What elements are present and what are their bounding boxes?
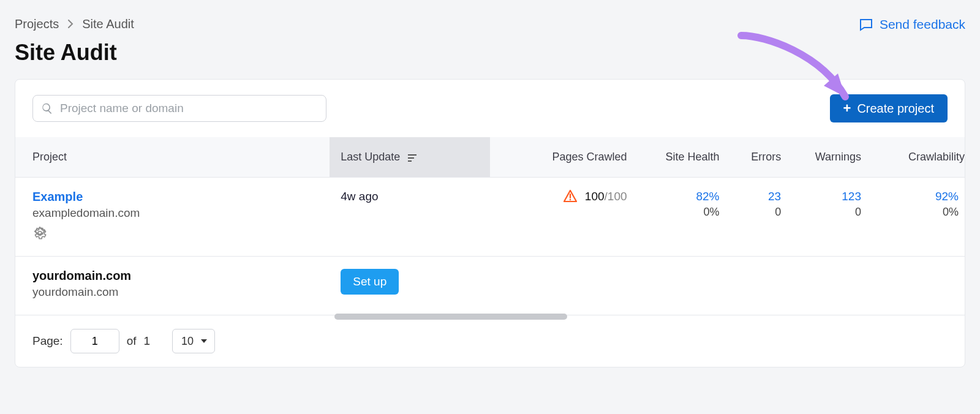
cell-warnings: 123 0 <box>792 178 872 257</box>
site-health-delta: 0% <box>649 206 720 219</box>
gear-icon[interactable] <box>32 226 47 241</box>
total-pages: 1 <box>144 334 151 348</box>
sort-icon <box>408 152 419 162</box>
page-input[interactable] <box>70 329 119 353</box>
setup-button[interactable]: Set up <box>341 269 399 295</box>
projects-card: + Create project Project Last Update Pag… <box>15 79 965 367</box>
project-domain: exampledomain.com <box>32 206 318 220</box>
cell-site-health: 82% 0% <box>638 178 731 257</box>
pagination: Page: of 1 10 <box>15 315 965 367</box>
send-feedback-link[interactable]: Send feedback <box>859 11 965 32</box>
create-project-button[interactable]: + Create project <box>830 94 948 122</box>
send-feedback-label: Send feedback <box>880 17 965 32</box>
cell-crawlability: 92% 0% <box>872 178 965 257</box>
col-project[interactable]: Project <box>15 137 330 178</box>
errors-delta: 0 <box>742 206 782 219</box>
per-page-value: 10 <box>181 335 194 348</box>
svg-point-6 <box>569 199 571 201</box>
project-domain: yourdomain.com <box>32 285 318 299</box>
errors-value[interactable]: 23 <box>768 190 781 203</box>
col-site-health[interactable]: Site Health <box>638 137 731 178</box>
site-health-value[interactable]: 82% <box>696 190 719 203</box>
cell-last-update: 4w ago <box>330 178 490 257</box>
page-label: Page: <box>32 334 63 348</box>
search-icon <box>41 102 53 115</box>
col-crawlability[interactable]: Crawlability <box>872 137 965 178</box>
per-page-select[interactable]: 10 <box>172 329 215 353</box>
crawlability-delta: 0% <box>883 206 959 219</box>
plus-icon: + <box>843 102 851 115</box>
crawlability-value[interactable]: 92% <box>935 190 959 203</box>
pages-crawled-value: 100 <box>585 190 605 203</box>
warnings-value[interactable]: 123 <box>842 190 861 203</box>
search-input[interactable] <box>32 95 326 122</box>
horizontal-scrollbar[interactable] <box>334 314 567 320</box>
breadcrumb: Projects Site Audit <box>15 11 134 35</box>
table-row: Example exampledomain.com 4w ago 100/100 <box>15 178 965 257</box>
breadcrumb-projects[interactable]: Projects <box>15 17 59 31</box>
cell-errors: 23 0 <box>731 178 793 257</box>
projects-table: Project Last Update Pages Crawled Site H… <box>15 137 965 315</box>
col-warnings[interactable]: Warnings <box>792 137 872 178</box>
col-pages-crawled[interactable]: Pages Crawled <box>490 137 638 178</box>
chat-icon <box>859 17 873 32</box>
project-name-link[interactable]: Example <box>32 190 318 204</box>
chevron-down-icon <box>200 337 208 345</box>
table-row: yourdomain.com yourdomain.com Set up <box>15 257 965 315</box>
col-last-update-label: Last Update <box>341 151 400 163</box>
chevron-right-icon <box>67 17 74 31</box>
cell-pages-crawled: 100/100 <box>490 178 638 257</box>
search-field-wrapper <box>32 95 326 122</box>
project-name: yourdomain.com <box>32 269 318 283</box>
col-last-update[interactable]: Last Update <box>330 137 490 178</box>
warning-icon <box>564 190 577 205</box>
create-project-label: Create project <box>857 102 934 116</box>
page-title: Site Audit <box>15 40 965 66</box>
pages-crawled-total: /100 <box>605 190 627 203</box>
breadcrumb-current: Site Audit <box>82 17 134 31</box>
col-errors[interactable]: Errors <box>731 137 793 178</box>
of-label: of <box>127 334 137 348</box>
warnings-delta: 0 <box>803 206 861 219</box>
